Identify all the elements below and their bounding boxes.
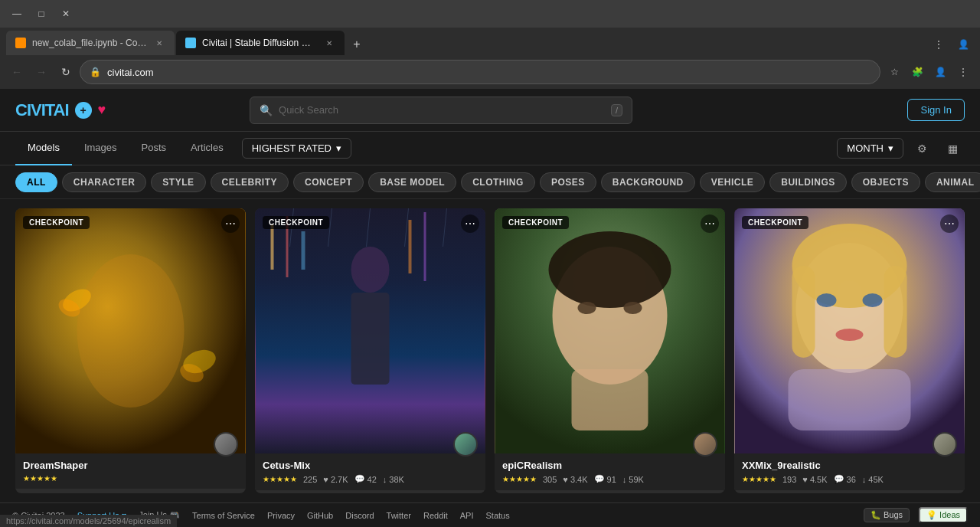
nav-tab-articles[interactable]: Articles <box>178 132 236 165</box>
tab-close-colab[interactable]: ✕ <box>153 37 165 49</box>
layout-toggle-button[interactable]: ▦ <box>940 136 965 161</box>
category-concept[interactable]: CONCEPT <box>293 172 364 192</box>
favorites-icon[interactable]: ♥ <box>98 102 106 118</box>
nav-tab-images[interactable]: Images <box>72 132 129 165</box>
model-card-xxmix9[interactable]: CHECKPOINT ⋯ <box>734 208 965 493</box>
card-menu-epicrealism[interactable]: ⋯ <box>701 214 719 233</box>
browser-titlebar: — □ ✕ <box>0 0 980 28</box>
card-badge-epicrealism: CHECKPOINT <box>502 216 569 229</box>
svg-rect-9 <box>302 231 305 270</box>
filter-chevron-icon: ▾ <box>336 142 341 154</box>
additional-filter-button[interactable]: ⚙ <box>910 136 934 161</box>
card-menu-xxmix9[interactable]: ⋯ <box>940 214 959 233</box>
svg-rect-30 <box>792 266 815 358</box>
url-bar[interactable]: 🔒 civitai.com <box>80 60 880 84</box>
search-placeholder: Quick Search <box>279 104 605 116</box>
svg-point-34 <box>836 329 864 341</box>
browser-tab-civitai[interactable]: Civitai | Stable Diffusion models... ✕ <box>176 31 345 55</box>
category-character[interactable]: CHARACTER <box>62 172 147 192</box>
profile-button[interactable]: 👤 <box>929 61 951 83</box>
close-button[interactable]: ✕ <box>55 3 77 25</box>
card-stats-epicrealism: ★★★★★ 305 ♥ 3.4K 💬 91 ↓ 59K <box>502 474 717 484</box>
card-menu-dreamshapr[interactable]: ⋯ <box>221 214 240 233</box>
card-image-cetus-mix <box>255 208 485 453</box>
back-button[interactable]: ← <box>6 61 28 83</box>
period-label: MONTH <box>847 142 884 154</box>
card-avatar-cetus-mix <box>453 432 478 457</box>
tos-link[interactable]: Terms of Service <box>192 511 255 520</box>
period-chevron-icon: ▾ <box>888 142 893 154</box>
comment-icon: 💬 <box>354 474 365 484</box>
card-menu-cetus-mix[interactable]: ⋯ <box>461 214 479 233</box>
bugs-button[interactable]: 🐛 Bugs <box>864 508 910 522</box>
search-bar[interactable]: 🔍 Quick Search / <box>250 97 632 124</box>
card-rating-count-epicrealism: 305 <box>543 475 557 484</box>
minimize-button[interactable]: — <box>6 3 28 25</box>
bookmark-button[interactable]: ☆ <box>884 61 905 83</box>
status-link[interactable]: Status <box>485 511 509 520</box>
card-comments-epicrealism: 💬 91 <box>594 474 616 484</box>
category-objects[interactable]: OBJECTS <box>851 172 920 192</box>
card-image-dreamshapr <box>15 208 246 453</box>
card-stars-epicrealism: ★★★★★ <box>502 475 537 483</box>
category-buildings[interactable]: BUILDINGS <box>769 172 847 192</box>
refresh-button[interactable]: ↻ <box>55 61 77 83</box>
category-animal[interactable]: ANIMAL <box>925 172 980 192</box>
browser-window-controls: — □ ✕ <box>6 3 77 25</box>
filter-label: HIGHEST RATED <box>252 142 332 154</box>
app-header: CIVITAI + ♥ 🔍 Quick Search / Sign In <box>0 89 980 132</box>
browser-action-buttons: ☆ 🧩 👤 ⋮ <box>884 61 974 83</box>
svg-point-23 <box>624 302 642 314</box>
model-card-epicrealism[interactable]: CHECKPOINT ⋯ <box>495 208 725 493</box>
comment-icon: 💬 <box>594 474 605 484</box>
reddit-link[interactable]: Reddit <box>423 511 448 520</box>
nav-tab-posts[interactable]: Posts <box>129 132 179 165</box>
card-avatar-dreamshapr <box>214 432 238 457</box>
ideas-button[interactable]: 💡 Ideas <box>919 507 968 523</box>
category-vehicle[interactable]: VEHICLE <box>700 172 766 192</box>
category-base-model[interactable]: BASE MODEL <box>368 172 456 192</box>
tabs-bar: new_colab_file.ipynb - Colabora... ✕ Civ… <box>0 28 980 55</box>
github-link[interactable]: GitHub <box>307 511 333 520</box>
card-footer-xxmix9: XXMix_9realistic ★★★★★ 193 ♥ 4.5K 💬 36 ↓… <box>734 453 965 490</box>
new-tab-button[interactable]: + <box>346 34 368 55</box>
svg-point-21 <box>549 231 671 308</box>
category-style[interactable]: STYLE <box>151 172 205 192</box>
category-all[interactable]: ALL <box>15 172 57 192</box>
discord-link[interactable]: Discord <box>345 511 374 520</box>
extensions-button[interactable]: 🧩 <box>906 61 928 83</box>
more-button[interactable]: ⋮ <box>952 61 974 83</box>
sort-filter-dropdown[interactable]: HIGHEST RATED ▾ <box>242 138 351 159</box>
tab-close-civitai[interactable]: ✕ <box>323 37 335 49</box>
period-filter-button[interactable]: MONTH ▾ <box>837 138 903 159</box>
sign-in-button[interactable]: Sign In <box>907 99 964 121</box>
card-stats-dreamshapr: ★★★★★ <box>23 474 238 483</box>
svg-rect-13 <box>351 293 390 385</box>
svg-rect-7 <box>271 224 274 270</box>
category-celebrity[interactable]: CELEBRITY <box>211 172 289 192</box>
svg-rect-31 <box>884 266 907 358</box>
twitter-link[interactable]: Twitter <box>387 511 411 520</box>
category-poses[interactable]: POSES <box>540 172 596 192</box>
browser-status-url: https://civitai.com/models/25694/epicrea… <box>0 515 177 527</box>
browser-tab-colab[interactable]: new_colab_file.ipynb - Colabora... ✕ <box>6 31 175 55</box>
browser-settings-button[interactable]: ⋮ <box>928 34 949 55</box>
nav-tab-models[interactable]: Models <box>15 132 72 165</box>
category-clothing[interactable]: CLOTHING <box>461 172 535 192</box>
api-link[interactable]: API <box>460 511 474 520</box>
category-background[interactable]: BACKGROUND <box>601 172 695 192</box>
maximize-button[interactable]: □ <box>31 3 52 25</box>
tab-title-civitai: Civitai | Stable Diffusion models... <box>202 38 317 48</box>
privacy-link[interactable]: Privacy <box>267 511 295 520</box>
add-content-button[interactable]: + <box>75 102 92 119</box>
heart-icon: ♥ <box>323 475 328 484</box>
svg-point-12 <box>351 247 390 293</box>
svg-point-1 <box>77 254 185 408</box>
card-footer-epicrealism: epiCRealism ★★★★★ 305 ♥ 3.4K 💬 91 ↓ 59K <box>495 453 725 490</box>
model-card-dreamshapr[interactable]: CHECKPOINT ⋯ <box>15 208 246 493</box>
browser-account-button[interactable]: 👤 <box>952 34 974 55</box>
model-card-cetus-mix[interactable]: CHECKPOINT ⋯ <box>255 208 485 493</box>
download-icon: ↓ <box>622 475 627 484</box>
forward-button[interactable]: → <box>31 61 52 83</box>
site-logo: CIVITAI <box>15 100 69 120</box>
